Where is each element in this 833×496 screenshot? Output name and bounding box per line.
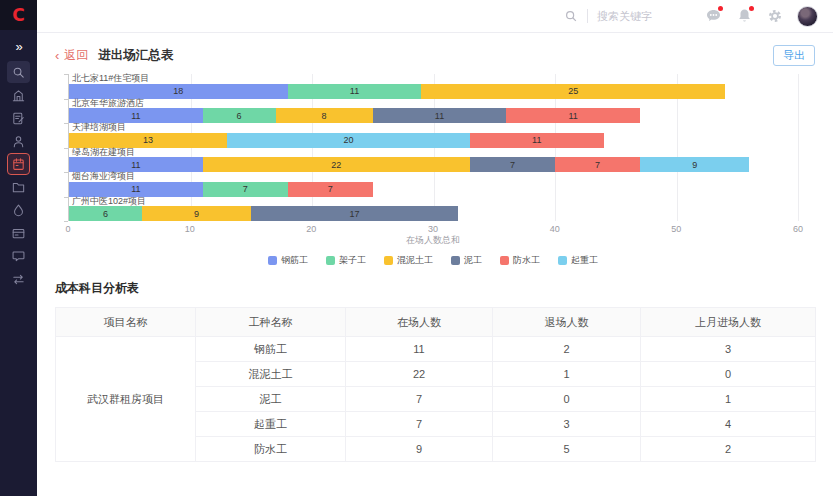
sidebar-item-building[interactable] [7,84,30,106]
document-icon [11,111,26,126]
stacked-bar-chart: 北七家11#住宅项目181125北京年华旅游酒店11681111天津培湖项目13… [55,74,815,267]
table-cell: 2 [641,437,816,462]
x-tick-label: 20 [306,224,316,234]
chart-x-axis-label: 在场人数总和 [68,234,798,247]
chart-row: 北七家11#住宅项目181125 [69,74,798,99]
sidebar-item-droplet[interactable] [7,199,30,221]
x-tick-label: 60 [793,224,803,234]
chart-row: 烟台海业湾项目1177 [69,172,798,197]
table-head: 项目名称工种名称在场人数退场人数上月进场人数 [56,308,816,337]
bar-segment-防水工[interactable]: 11 [470,133,604,148]
folder-icon [11,180,26,195]
chart-bar: 132011 [69,133,798,148]
messages-badge [718,6,723,11]
table-title: 成本科目分析表 [55,280,815,297]
bar-segment-架子工[interactable]: 6 [203,108,276,123]
bar-segment-起重工[interactable]: 9 [640,157,749,172]
table-cell: 1 [493,362,641,387]
notifications-button[interactable] [735,8,753,24]
bar-segment-泥工[interactable]: 17 [251,206,458,221]
sidebar-item-folder[interactable] [7,176,30,198]
table-cell: 1 [641,387,816,412]
user-icon [11,134,26,149]
avatar[interactable] [797,6,818,27]
chart-y-tick [64,123,68,124]
chart-bar: 1122779 [69,157,798,172]
legend-swatch [500,256,509,265]
gear-icon [767,8,783,24]
chart-y-tick [64,197,68,198]
bar-segment-防水工[interactable]: 7 [288,182,373,197]
table-cell: 7 [346,412,493,437]
chart-category-label: 广州中医102#项目 [69,197,798,207]
x-tick-label: 40 [550,224,560,234]
legend-item-架子工[interactable]: 架子工 [326,254,366,267]
topbar: 搜索关键字 [37,0,833,33]
legend-item-防水工[interactable]: 防水工 [500,254,540,267]
legend-item-混泥土工[interactable]: 混泥土工 [384,254,433,267]
table-column-header: 在场人数 [346,308,493,337]
bar-segment-混泥土工[interactable]: 8 [276,108,373,123]
chart-y-tick [64,172,68,173]
page-content: ‹ 返回 进出场汇总表 导出 北七家11#住宅项目181125北京年华旅游酒店1… [37,33,833,496]
bar-segment-混泥土工[interactable]: 9 [142,206,251,221]
legend-item-起重工[interactable]: 起重工 [558,254,598,267]
bar-segment-架子工[interactable]: 11 [288,84,422,99]
legend-swatch [451,256,460,265]
bar-segment-钢筋工[interactable]: 18 [69,84,288,99]
droplet-icon [11,203,26,218]
bar-segment-泥工[interactable]: 11 [373,108,507,123]
bar-segment-钢筋工[interactable]: 11 [69,182,203,197]
bar-segment-泥工[interactable]: 7 [470,157,555,172]
search-input[interactable]: 搜索关键字 [564,9,652,24]
chart-category-label: 烟台海业湾项目 [69,172,798,182]
messages-button[interactable] [704,8,722,24]
legend-swatch [326,256,335,265]
bar-segment-钢筋工[interactable]: 11 [69,108,203,123]
settings-button[interactable] [766,8,784,24]
sidebar-item-user[interactable] [7,130,30,152]
table-column-header: 项目名称 [56,308,196,337]
sidebar-item-transfer[interactable] [7,268,30,290]
x-tick-label: 10 [185,224,195,234]
transfer-icon [11,272,26,287]
bar-segment-架子工[interactable]: 7 [203,182,288,197]
table-cell: 9 [346,437,493,462]
search-placeholder: 搜索关键字 [597,9,652,24]
bar-segment-防水工[interactable]: 7 [555,157,640,172]
sidebar-item-chat[interactable] [7,245,30,267]
sidebar-item-search[interactable] [7,61,30,83]
bar-segment-混泥土工[interactable]: 25 [421,84,725,99]
chart-plot: 北七家11#住宅项目181125北京年华旅游酒店11681111天津培湖项目13… [68,74,798,221]
table-cell: 5 [493,437,641,462]
building-icon [11,88,26,103]
chart-bar: 11681111 [69,108,798,123]
search-icon [11,65,26,80]
table-cell: 4 [641,412,816,437]
bar-segment-混泥土工[interactable]: 13 [69,133,227,148]
chart-category-label: 天津培湖项目 [69,123,798,133]
search-divider [587,9,588,23]
x-tick-label: 0 [65,224,70,234]
legend-item-泥工[interactable]: 泥工 [451,254,482,267]
legend-swatch [384,256,393,265]
sidebar-item-document[interactable] [7,107,30,129]
sidebar-expand-button[interactable]: » [15,39,21,54]
chart-bar: 181125 [69,84,798,99]
bar-segment-钢筋工[interactable]: 11 [69,157,203,172]
bar-segment-混泥土工[interactable]: 22 [203,157,470,172]
chevron-left-icon: ‹ [55,49,59,62]
sidebar-item-schedule[interactable] [7,153,30,175]
back-link[interactable]: ‹ 返回 [55,47,98,64]
legend-label: 泥工 [464,254,482,267]
chart-row: 天津培湖项目132011 [69,123,798,148]
table-cell: 2 [493,337,641,362]
legend-item-钢筋工[interactable]: 钢筋工 [268,254,308,267]
export-button[interactable]: 导出 [773,45,815,66]
sidebar-item-card[interactable] [7,222,30,244]
table-cell: 钢筋工 [196,337,346,362]
chart-gridline [798,74,799,221]
bar-segment-架子工[interactable]: 6 [69,206,142,221]
bar-segment-防水工[interactable]: 11 [506,108,640,123]
bar-segment-起重工[interactable]: 20 [227,133,470,148]
